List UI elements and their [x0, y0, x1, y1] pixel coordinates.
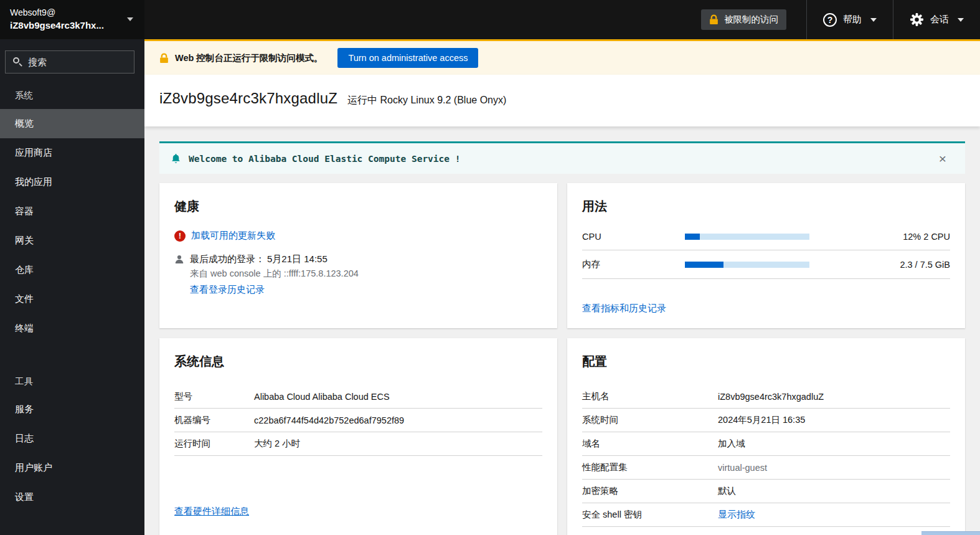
host-switcher[interactable]: Websoft9@ iZ8vb9gse4rc3k7hx... [0, 0, 144, 39]
partial-tooltip-edge [921, 531, 980, 535]
sidebar-item-containers[interactable]: 容器 [0, 197, 144, 226]
sidebar-item-myapps[interactable]: 我的应用 [0, 168, 144, 197]
model-label: 型号 [174, 391, 254, 402]
cpu-label: CPU [582, 232, 685, 242]
search-icon [13, 57, 19, 64]
restricted-access-label: 被限制的访问 [724, 14, 778, 26]
brand-hostname: iZ8vb9gse4rc3k7hx... [10, 19, 136, 32]
sidebar-item-gateway[interactable]: 网关 [0, 226, 144, 255]
machine-id-label: 机器编号 [174, 414, 254, 426]
config-card-title: 配置 [582, 353, 950, 370]
chevron-down-icon [127, 17, 133, 21]
brand-user: Websoft9@ [10, 6, 136, 19]
cpu-progress-fill [685, 234, 700, 240]
help-menu[interactable]: ? 帮助 [807, 0, 893, 39]
restricted-mode-message: Web 控制台正运行于限制访问模式。 [175, 52, 323, 64]
table-row: 安全 shell 密钥 显示指纹 [582, 503, 950, 527]
hostname-label: 主机名 [582, 391, 718, 402]
system-time-label: 系统时间 [582, 414, 718, 426]
sidebar-item-accounts[interactable]: 用户账户 [0, 453, 144, 483]
config-card: 配置 主机名 iZ8vb9gse4rc3k7hxgadluZ 系统时间 2024… [567, 338, 965, 535]
masthead-spacer [144, 0, 691, 39]
usage-card: 用法 CPU 12% 2 CPU 内存 [567, 183, 965, 328]
restricted-mode-banner: Web 控制台正运行于限制访问模式。 Turn on administrativ… [144, 39, 980, 75]
memory-progress-bar [685, 262, 809, 268]
os-status: 运行中 Rocky Linux 9.2 (Blue Onyx) [347, 94, 506, 107]
last-login-time: 5月21日 14:55 [267, 253, 327, 264]
cpu-progress-bar [685, 234, 809, 240]
health-card: 健康 ! 加载可用的更新失败 [159, 183, 557, 328]
user-icon [174, 254, 184, 264]
session-label: 会话 [930, 14, 949, 26]
uptime-label: 运行时间 [174, 438, 254, 450]
show-fingerprints-link[interactable]: 显示指纹 [718, 509, 755, 519]
system-info-card: 系统信息 型号 Alibaba Cloud Alibaba Cloud ECS … [159, 338, 557, 535]
welcome-alert-message: Welcome to Alibaba Cloud Elastic Compute… [189, 154, 924, 164]
sidebar-section-system: 系统 [0, 81, 144, 109]
model-value: Alibaba Cloud Alibaba Cloud ECS [254, 392, 542, 402]
page-title: iZ8vb9gse4rc3k7hxgadluZ [159, 90, 337, 107]
masthead: Websoft9@ iZ8vb9gse4rc3k7hx... 被限制的访问 ? … [0, 0, 980, 39]
metrics-history-link[interactable]: 查看指标和历史记录 [582, 303, 666, 315]
sidebar-section-tools: 工具 [0, 367, 144, 395]
chevron-down-icon [958, 18, 964, 22]
join-domain-value: 加入域 [718, 438, 950, 450]
crypto-policy-value: 默认 [718, 485, 950, 497]
system-info-card-title: 系统信息 [174, 353, 542, 370]
table-row: 型号 Alibaba Cloud Alibaba Cloud ECS [174, 385, 542, 409]
memory-label: 内存 [582, 258, 685, 270]
close-icon[interactable]: × [931, 152, 954, 165]
crypto-policy-label: 加密策略 [582, 485, 718, 497]
sidebar-item-appstore[interactable]: 应用商店 [0, 138, 144, 168]
chevron-down-icon [870, 18, 877, 22]
table-row: 加密策略 默认 [582, 480, 950, 503]
sidebar-item-overview[interactable]: 概览 [0, 109, 144, 138]
health-card-title: 健康 [174, 198, 542, 215]
domain-label: 域名 [582, 438, 718, 450]
cpu-usage-row: CPU 12% 2 CPU [582, 224, 950, 250]
table-row: 机器编号 c22ba6f744f54d42b752ed6af7952f89 [174, 409, 542, 432]
sidebar-item-services[interactable]: 服务 [0, 395, 144, 424]
table-row: 性能配置集 virtual-guest [582, 456, 950, 480]
lock-icon [159, 53, 169, 64]
page-header: iZ8vb9gse4rc3k7hxgadluZ 运行中 Rocky Linux … [144, 75, 980, 126]
bell-icon [171, 153, 181, 164]
question-circle-icon: ? [823, 13, 837, 27]
sidebar-item-logs[interactable]: 日志 [0, 424, 144, 453]
memory-usage-row: 内存 2.3 / 7.5 GiB [582, 250, 950, 279]
login-history-link[interactable]: 查看登录历史记录 [190, 284, 265, 296]
table-row: 域名 加入域 [582, 432, 950, 456]
cpu-value: 12% 2 CPU [809, 232, 950, 242]
machine-id-value: c22ba6f744f54d42b752ed6af7952f89 [254, 415, 542, 425]
session-menu[interactable]: 会话 [893, 0, 980, 39]
sidebar-item-files[interactable]: 文件 [0, 285, 144, 314]
welcome-alert: Welcome to Alibaba Cloud Elastic Compute… [159, 141, 965, 174]
uptime-value: 大约 2 小时 [254, 438, 542, 450]
memory-progress-fill [685, 262, 723, 268]
sidebar-nav: 系统 概览 应用商店 我的应用 容器 网关 仓库 文件 终端 工具 服务 日志 … [0, 81, 144, 512]
system-time-value: 2024年5月21日 16:35 [718, 414, 950, 426]
help-label: 帮助 [843, 14, 862, 26]
hostname-value: iZ8vb9gse4rc3k7hxgadluZ [718, 392, 950, 402]
performance-profile-value: virtual-guest [718, 463, 950, 473]
login-origin: 来自 web console 上的 ::ffff:175.8.123.204 [190, 268, 359, 280]
performance-profile-label: 性能配置集 [582, 462, 718, 473]
table-row: 主机名 iZ8vb9gse4rc3k7hxgadluZ [582, 385, 950, 409]
usage-card-title: 用法 [582, 198, 950, 215]
sidebar-item-repository[interactable]: 仓库 [0, 255, 144, 285]
table-row: 运行时间 大约 2 小时 [174, 432, 542, 456]
admin-access-button[interactable]: Turn on administrative access [337, 48, 478, 68]
content-area: Welcome to Alibaba Cloud Elastic Compute… [144, 126, 980, 535]
memory-value: 2.3 / 7.5 GiB [809, 260, 950, 270]
ssh-keys-label: 安全 shell 密钥 [582, 509, 718, 521]
last-login-label: 最后成功的登录： [190, 253, 265, 264]
updates-failed-link[interactable]: 加载可用的更新失败 [191, 230, 275, 242]
search-input[interactable] [5, 50, 134, 73]
hardware-details-link[interactable]: 查看硬件详细信息 [174, 506, 249, 518]
lock-icon [709, 14, 719, 25]
restricted-access-button[interactable]: 被限制的访问 [701, 9, 786, 30]
sidebar-item-terminal[interactable]: 终端 [0, 314, 144, 343]
sidebar: 系统 概览 应用商店 我的应用 容器 网关 仓库 文件 终端 工具 服务 日志 … [0, 39, 144, 535]
sidebar-item-settings[interactable]: 设置 [0, 483, 144, 512]
gear-icon [910, 12, 924, 27]
